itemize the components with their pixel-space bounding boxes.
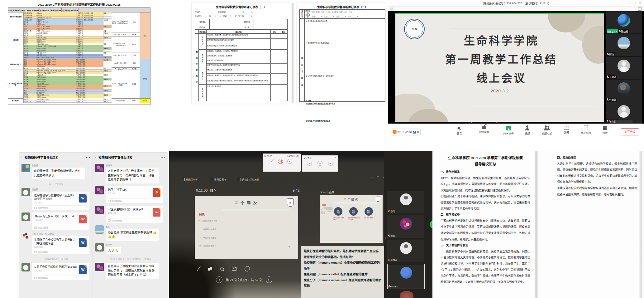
cell-class: 卓越针灸201802 [36, 50, 76, 52]
column-header: 教研室负责教师 [14, 8, 25, 12]
share-screen-button[interactable]: 共享屏幕 [501, 125, 516, 135]
cell-class: 卓越中医201801 [36, 85, 76, 87]
camera-tool-icon[interactable]: ◉ [317, 161, 322, 166]
presenter-tool[interactable]: 显示任务栏 [182, 178, 198, 181]
avatar[interactable] [21, 188, 30, 196]
column-header: 上课班级¹ [25, 8, 32, 12]
avatar[interactable] [95, 206, 104, 214]
current-slide: 三个层次 卌 目录 一、免疫的概念和功能二、免疫系统的组成三、免疫应答的类型四、… [195, 196, 298, 259]
file-card[interactable]: 1 医学免疫学绪论自测练习(1).docx14.3 KB W 微信电脑版 [32, 263, 89, 280]
mic-caret-icon[interactable]: ▴ [471, 121, 472, 135]
recall-divider: “彭桂英”撤回了一条消息 [19, 257, 93, 261]
slide-title-line1: 生命科学学院 [417, 32, 585, 48]
avatar[interactable] [95, 243, 104, 252]
cell-class: 护理学（二本）201901 [36, 25, 76, 27]
cell-class: 卓越中医儿科2018 [36, 90, 76, 92]
close-icon[interactable]: ✕ [639, 2, 642, 5]
online-teacher-label: 孙雪荣 [129, 37, 140, 52]
pause-icon[interactable]: ▐▐ [278, 159, 283, 164]
all-slides-icon[interactable] [208, 267, 212, 271]
chevron-down-icon[interactable]: ⌄ [615, 120, 632, 123]
more-icon[interactable]: ••• [160, 155, 165, 159]
camera-caret-icon[interactable]: ▴ [496, 121, 497, 135]
panel-collapse-arrow[interactable]: › [602, 73, 603, 78]
settings-button[interactable]: 设置 [598, 125, 613, 135]
student-status-label: 学生情况 [305, 14, 311, 19]
file-card[interactable]: 医学生物学.ppt2.3 MB P 微信电脑版 [106, 186, 163, 203]
zoom-icon[interactable] [220, 267, 224, 271]
presenter-tool[interactable]: 显示设置 ▾ [210, 178, 226, 181]
mic-muted-icon [607, 98, 608, 101]
presenter-tool[interactable]: 结束幻灯片放映 [238, 178, 259, 181]
course-name-field [254, 19, 287, 24]
display-icon[interactable] [232, 267, 236, 271]
avatar[interactable] [21, 213, 30, 221]
participant-tile[interactable]: 王建勋 [606, 57, 642, 79]
cell-department: 生物化学系 [76, 56, 103, 59]
avatar[interactable] [95, 263, 104, 271]
gear-icon[interactable]: ✱ [328, 161, 333, 166]
fullscreen-icon[interactable] [638, 7, 642, 11]
cell-teacher: 孙雪荣 [24, 47, 36, 50]
avatar[interactable] [21, 232, 30, 241]
cell-class: 法学2018 [36, 12, 76, 14]
meeting-docs-button[interactable]: 会议文档 [578, 125, 593, 135]
criteria-row: 对教学时间分配合理，能顺利完成课堂教学内容 [207, 64, 287, 68]
minimize-icon[interactable]: — [627, 2, 630, 5]
file-card[interactable]: 《医学生物学》第一次课.pdf68.8 KB PDF 微信电脑版 [106, 206, 163, 223]
next-slide-icon[interactable]: ▸ [266, 276, 272, 283]
avatar[interactable] [21, 164, 30, 172]
suggestion-item: 是否有基本可保障教学计划的实施 [306, 120, 384, 122]
cell-class: 卓越针灸201801 [36, 81, 76, 83]
file-card[interactable]: 医学免疫学与微生物学（前五周）教学日历.docx22.1 KB W 微信电脑版 [32, 192, 89, 210]
prev-slide-icon[interactable]: ◂ [216, 276, 222, 283]
wechat-chat-window-1: ‹ 疫情期间教学督导组(19) ••• 陈幼楠 欢迎唐老师、彭老师和胡老师，感谢… [19, 152, 93, 298]
cell-department: 免疫与微生物系 [76, 87, 103, 90]
suggestion-item: 3. 对学生学风的具体评分、意见和建议。 [306, 75, 384, 77]
cell-teacher: 张教蕾 杨明悦 [24, 17, 36, 19]
suggestion-items: 1. 课堂教学中值得肯定的方面。2. 课堂教学中有待于改进的方面。3. 对学生学… [305, 19, 385, 102]
more-options-icon[interactable]: ··· [245, 266, 250, 271]
invite-button[interactable]: + 邀请 [520, 125, 535, 135]
avatar [618, 37, 630, 49]
online-teacher-label: 杨晓敏 [129, 32, 140, 37]
leave-meeting-button[interactable]: 离开会议 [621, 128, 639, 135]
start-video-button[interactable]: 开始视频 [476, 125, 491, 135]
cell-class: 卓越中西医结合2019 [36, 98, 76, 100]
avatar[interactable] [95, 164, 104, 172]
cell-department: 免疫与微生物系 [76, 94, 103, 96]
file-card[interactable]: 课前学习任务单（第一次课）.pdf146.6 KB PDF 微信电脑版 [32, 213, 89, 230]
file-card[interactable]: 生物化学春季授课教学大纲与日历（中医针推专业..302.0 KB W 微信电脑版 [32, 236, 89, 254]
share-screen-icon [506, 126, 511, 130]
avatar[interactable] [95, 225, 104, 234]
participant-tile[interactable]: 郝钰 [606, 34, 642, 56]
participant-tile[interactable]: 联席主持人 陈幼楠 [606, 11, 642, 33]
resize-icon[interactable]: ⤢ [271, 159, 274, 164]
participant-tile[interactable]: 张秋霞 ⌄ [606, 102, 642, 124]
toc-item: 二、免疫系统的组成 [198, 228, 218, 231]
chat-button[interactable]: 聊天 [559, 125, 574, 135]
members-button[interactable]: 成员(15) [540, 125, 555, 135]
pen-icon[interactable]: ╱ [197, 266, 200, 271]
back-icon[interactable]: ‹ [21, 155, 23, 159]
sogou-ime-bar[interactable]: S 中 ′ ◎ 🎤 ⌨ ♿ ▦ [391, 129, 421, 135]
cell-department: 免疫与微生物系 [76, 74, 103, 76]
cell-class: 中医201801 2018中医（圣）A 中医（实验）2018 [36, 70, 76, 72]
more-icon[interactable]: ••• [86, 155, 90, 159]
restore-icon[interactable]: ❐ [633, 2, 636, 5]
stop-icon[interactable]: ■ [287, 159, 292, 164]
presenter-toolbar: 显示任务栏显示设置 ▾结束幻灯片放映 [182, 178, 259, 181]
participant-name: 王建勋 [609, 75, 616, 79]
pc-icon [34, 277, 37, 279]
message: 胡秀华 各位老师上午好，我来演示一下医学生物学的第一次课的部分内容，请各位老师多… [95, 164, 165, 183]
back-icon[interactable]: ‹ [95, 155, 97, 159]
participant-tile[interactable]: 史渊源 [606, 80, 642, 102]
demo-tool-controls[interactable]: — ✕ [332, 157, 336, 159]
avatar[interactable] [95, 186, 104, 194]
avatar[interactable] [21, 263, 30, 271]
course-group-column: 生命科学基础概论生物化学微生物与免疫学医学免疫学与微生物学医学生物学 [8, 12, 23, 105]
mic-tool-icon[interactable]: ♦ [307, 161, 312, 166]
listening-record-form-2: 生命科学学院教学督导听课记录表（二） 课堂记事 教师情况 是否准时：□ 是 □ … [297, 2, 388, 104]
timer-controls[interactable]: ▐▐ ↻ [210, 189, 216, 192]
mute-button[interactable]: 静音 [452, 125, 467, 135]
